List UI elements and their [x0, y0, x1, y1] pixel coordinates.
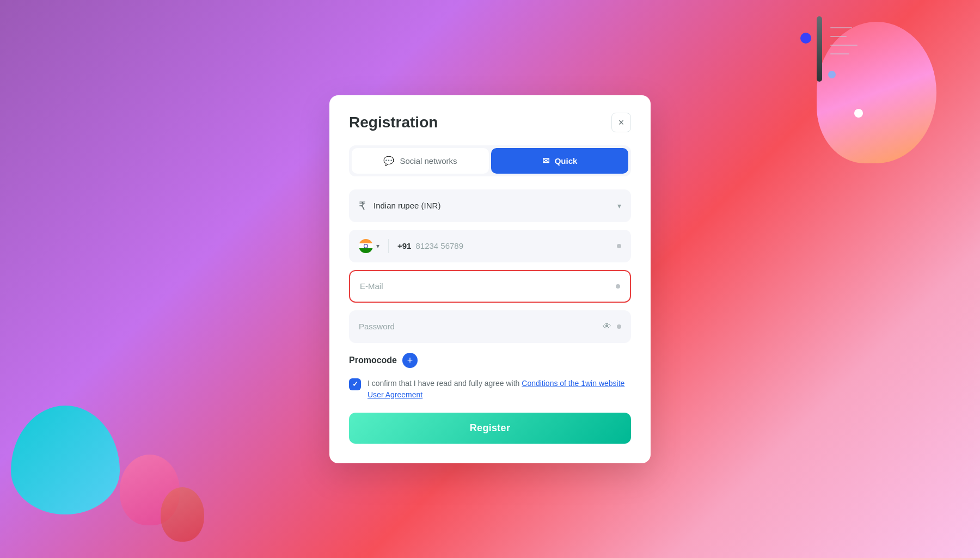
register-button[interactable]: Register [349, 413, 631, 444]
email-field-dot [616, 284, 620, 289]
phone-field-dot [617, 244, 621, 248]
modal-title: Registration [349, 114, 438, 131]
agreement-checkbox[interactable]: ✓ [349, 378, 361, 390]
bg-blob-red-bottom [161, 487, 204, 542]
country-code-selector[interactable]: ▾ [359, 239, 389, 253]
promocode-label: Promocode [349, 355, 397, 365]
india-flag [359, 239, 373, 253]
chevron-down-icon: ▾ [617, 201, 621, 210]
bg-dot-blue [800, 33, 811, 44]
tab-quick-label: Quick [555, 156, 578, 165]
bg-dot-cyan [828, 71, 836, 78]
bg-dot-white [854, 109, 863, 118]
tab-social-networks-label: Social networks [400, 156, 457, 165]
rupee-icon: ₹ [359, 199, 366, 212]
bg-blob-pink-bottom [120, 455, 180, 525]
tab-switcher: 💬 Social networks ✉ Quick [349, 145, 631, 176]
promocode-row: Promocode + [349, 353, 631, 368]
phone-field: ▾ +91 81234 56789 [349, 230, 631, 262]
eye-icon[interactable]: 👁 [603, 322, 611, 332]
checkmark-icon: ✓ [352, 380, 358, 388]
close-button[interactable]: × [611, 113, 631, 132]
social-networks-icon: 💬 [383, 156, 394, 166]
bg-blob-teal [11, 406, 120, 514]
password-field-dot [617, 324, 621, 329]
agreement-row: ✓ I confirm that I have read and fully a… [349, 378, 631, 401]
modal-header: Registration × [349, 113, 631, 132]
currency-value: Indian rupee (INR) [373, 201, 617, 210]
tab-quick[interactable]: ✉ Quick [491, 148, 628, 174]
email-placeholder: E-Mail [360, 281, 616, 291]
agreement-text: I confirm that I have read and fully agr… [367, 378, 631, 401]
quick-icon: ✉ [542, 156, 549, 166]
currency-selector[interactable]: ₹ Indian rupee (INR) ▾ [349, 189, 631, 222]
email-field[interactable]: E-Mail [349, 270, 631, 303]
password-field[interactable]: Password 👁 [349, 310, 631, 343]
bg-decorative-lines [830, 27, 857, 54]
bg-bar [817, 16, 822, 82]
promocode-add-button[interactable]: + [402, 353, 418, 368]
password-placeholder: Password [359, 322, 603, 331]
phone-country-code: +91 [397, 241, 411, 250]
flag-chevron-icon: ▾ [376, 242, 379, 250]
tab-social-networks[interactable]: 💬 Social networks [352, 148, 489, 174]
phone-number-input[interactable]: 81234 56789 [415, 241, 617, 250]
registration-modal: Registration × 💬 Social networks ✉ Quick… [329, 95, 651, 463]
